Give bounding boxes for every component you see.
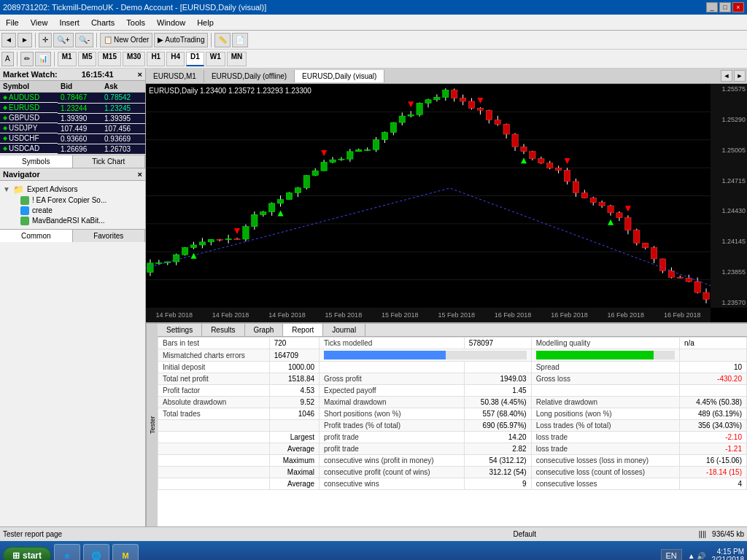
report-cell: 1518.84: [269, 373, 319, 385]
menu-view[interactable]: View: [25, 17, 54, 28]
nav-item-ea1[interactable]: ! EA Forex Copier So...: [3, 195, 142, 206]
period-m15[interactable]: M15: [98, 52, 120, 66]
mw-tab-symbols[interactable]: Symbols: [0, 155, 73, 168]
chart-area[interactable]: EURUSD,Daily 1.23400 1.23572 1.23293 1.2…: [146, 84, 747, 322]
nav-item-create[interactable]: create: [3, 206, 142, 216]
symbol-cell: ◆ GBPUSD: [0, 113, 58, 123]
market-watch-row[interactable]: ◆ USDCAD 1.26696 1.26703: [0, 144, 145, 154]
time-label: 14 Feb 2018: [268, 311, 306, 319]
left-panel: Market Watch: 16:15:41 × Symbol Bid Ask …: [0, 69, 146, 526]
zoom-in-button[interactable]: 🔍+: [53, 33, 74, 47]
draw-tool-button[interactable]: ✏: [20, 52, 34, 66]
market-watch-row[interactable]: ◆ USDCHF 0.93660 0.93669: [0, 133, 145, 144]
chart-tab-eurusd-daily-visual[interactable]: EURUSD,Daily (visual): [295, 70, 384, 82]
candlestick-chart[interactable]: [146, 84, 711, 308]
report-cell: Largest: [269, 432, 319, 443]
period-m1[interactable]: M1: [58, 52, 77, 66]
market-watch-row[interactable]: ◆ EURUSD 1.23244 1.23245: [0, 103, 145, 113]
period-m30[interactable]: M30: [123, 52, 145, 66]
menu-window[interactable]: Window: [151, 17, 191, 28]
report-row: Total trades 1046 Short positions (won %…: [158, 408, 747, 420]
back-button[interactable]: ◄: [1, 33, 16, 47]
report-cell: Absolute drawdown: [158, 397, 270, 408]
taskbar-chrome[interactable]: 🌐: [83, 544, 109, 560]
navigator-close[interactable]: ×: [138, 170, 142, 179]
market-watch-table: Symbol Bid Ask ◆ AUDUSD 0.78467 0.78542 …: [0, 81, 145, 155]
period-m5[interactable]: M5: [78, 52, 97, 66]
market-watch-row[interactable]: ◆ AUDUSD 0.78467 0.78542: [0, 93, 145, 104]
report-cell: Spread: [531, 362, 679, 373]
symbol-cell: ◆ USDJPY: [0, 123, 58, 133]
chart-tab-eurusd-daily-offline[interactable]: EURUSD,Daily (offline): [204, 70, 295, 82]
period-d1[interactable]: D1: [186, 52, 204, 66]
time-label: 14 Feb 2018: [155, 311, 193, 319]
modelling-bar: [536, 351, 654, 359]
menu-insert[interactable]: Insert: [53, 17, 85, 28]
period-h1[interactable]: H1: [147, 52, 165, 66]
market-watch-close[interactable]: ×: [138, 70, 142, 79]
sep2: [54, 52, 55, 66]
separator3: [211, 33, 212, 47]
zoom-out-button[interactable]: 🔍-: [75, 33, 93, 47]
report-cell: 1949.03: [464, 373, 531, 385]
report-row: Total net profit 1518.84 Gross profit 19…: [158, 373, 747, 385]
period-h4[interactable]: H4: [166, 52, 185, 66]
ticks-bar-container: [324, 351, 527, 359]
report-cell: [158, 467, 270, 478]
crosshair-button[interactable]: ✛: [39, 33, 52, 47]
report-cell: [320, 362, 465, 373]
tester-tab-results[interactable]: Results: [202, 324, 244, 336]
sep: [17, 52, 18, 66]
taskbar-ie[interactable]: e: [54, 544, 80, 560]
market-watch-row[interactable]: ◆ GBPUSD 1.39390 1.39395: [0, 113, 145, 123]
taskbar-mt4[interactable]: M: [112, 544, 139, 560]
period-w1[interactable]: W1: [206, 52, 225, 66]
bid-cell: 1.26696: [58, 144, 101, 154]
start-button[interactable]: ⊞ start: [3, 547, 51, 560]
menu-help[interactable]: Help: [191, 17, 220, 28]
indicator-button[interactable]: 📊: [35, 52, 51, 66]
menu-file[interactable]: File: [0, 17, 25, 28]
report-cell: [158, 432, 270, 443]
menu-charts[interactable]: Charts: [85, 17, 120, 28]
templates-button[interactable]: 📄: [232, 33, 248, 47]
report-cell: consecutive losses: [531, 478, 679, 490]
report-cell: loss trade: [531, 432, 679, 443]
text-tool-button[interactable]: A: [1, 52, 14, 66]
close-button[interactable]: ×: [732, 2, 744, 12]
chrome-icon: 🌐: [91, 551, 101, 561]
chart-next-button[interactable]: ►: [734, 70, 746, 82]
menu-tools[interactable]: Tools: [120, 17, 151, 28]
price-7: 1.23855: [712, 268, 746, 276]
report-cell: Gross profit: [320, 373, 465, 385]
market-watch-title: Market Watch:: [3, 70, 58, 79]
new-order-button[interactable]: 📋 New Order: [100, 33, 152, 47]
report-cell: consecutive profit (count of wins): [320, 467, 465, 478]
minimize-button[interactable]: _: [706, 2, 718, 12]
price-5: 1.24430: [712, 207, 746, 214]
toolbar-main: ◄ ► ✛ 🔍+ 🔍- 📋 New Order ▶ AutoTrading 📏 …: [0, 31, 747, 50]
diamond-icon: ◆: [3, 125, 7, 131]
chart-prev-button[interactable]: ◄: [721, 70, 732, 82]
tester-tab-settings[interactable]: Settings: [158, 324, 202, 336]
report-cell: -2.10: [679, 432, 746, 443]
nav-item-ea-folder[interactable]: ▼ 📁 Expert Advisors: [3, 184, 142, 195]
nav-item-ea3[interactable]: MavBandeRSI KaBit...: [3, 216, 142, 226]
tester-label[interactable]: Tester: [146, 324, 158, 526]
chart-tab-eurusd-m1[interactable]: EURUSD,M1: [146, 70, 204, 82]
maximize-button[interactable]: □: [719, 2, 731, 12]
mt4-icon: M: [122, 551, 128, 560]
line-studies-button[interactable]: 📏: [214, 33, 231, 47]
market-watch-row[interactable]: ◆ USDJPY 107.449 107.456: [0, 123, 145, 133]
forward-button[interactable]: ►: [18, 33, 32, 47]
mw-tab-tickchart[interactable]: Tick Chart: [73, 155, 146, 168]
autotrading-button[interactable]: ▶ AutoTrading: [154, 33, 208, 47]
tester-tab-report[interactable]: Report: [283, 324, 323, 336]
nav-create-label: create: [32, 206, 53, 214]
report-row: Mismatched charts errors 164709: [158, 349, 747, 362]
tester-tab-graph[interactable]: Graph: [245, 324, 284, 336]
nav-tab-common[interactable]: Common: [0, 230, 73, 242]
nav-tab-favorites[interactable]: Favorites: [73, 230, 146, 242]
tester-tab-journal[interactable]: Journal: [323, 324, 365, 336]
period-mn[interactable]: MN: [227, 52, 247, 66]
